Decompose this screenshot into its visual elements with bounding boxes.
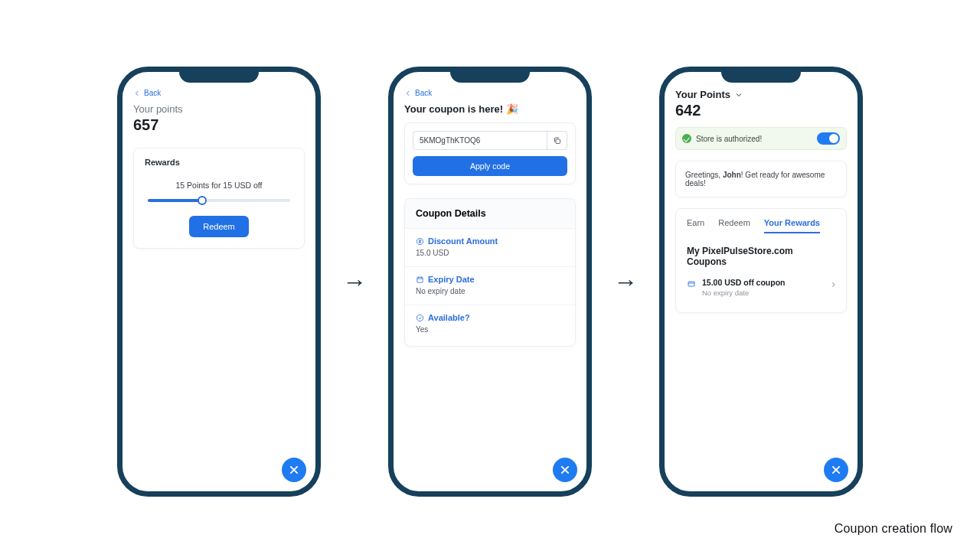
my-coupons-heading: My PixelPulseStore.com Coupons (687, 246, 835, 267)
redeem-slider[interactable] (148, 199, 290, 202)
amount-value: 15.0 USD (416, 249, 564, 257)
greeting-user: John (723, 171, 741, 179)
points-dropdown[interactable]: Your Points (675, 89, 847, 100)
back-label: Back (415, 89, 432, 97)
tab-earn[interactable]: Earn (687, 218, 704, 233)
coupon-arrived-title: Your coupon is here! 🎉 (404, 103, 576, 115)
detail-block-expiry: Expiry Date No expiry date (405, 267, 575, 305)
points-value: 657 (133, 116, 305, 134)
points-value: 642 (675, 102, 847, 119)
phone-frame-1: Back Your points 657 Rewards 15 Points f… (117, 67, 321, 497)
check-icon (682, 134, 691, 143)
close-icon (830, 464, 842, 476)
amount-label: Discount Amount (428, 236, 498, 246)
available-label: Available? (428, 313, 470, 322)
tabs-row: Earn Redeem Your Rewards (687, 218, 835, 233)
redeem-button[interactable]: Redeem (189, 216, 249, 237)
points-label: Your Points (675, 89, 730, 100)
detail-block-available: Available? Yes (405, 305, 575, 343)
phone-frame-2: Back Your coupon is here! 🎉 5KMOgThKTOQ6… (388, 67, 592, 497)
greeting-card: Greetings, John! Get ready for awesome d… (675, 161, 847, 197)
available-value: Yes (416, 325, 564, 334)
close-icon (288, 464, 300, 476)
back-label: Back (144, 89, 161, 97)
coupon-code-field[interactable]: 5KMOgThKTOQ6 (413, 132, 547, 149)
chevron-down-icon (734, 90, 743, 99)
dollar-icon (416, 237, 424, 246)
coupon-item-subtitle: No expiry date (702, 289, 786, 297)
expiry-value: No expiry date (416, 287, 564, 295)
svg-point-3 (416, 315, 423, 321)
svg-rect-0 (556, 139, 560, 144)
copy-code-button[interactable] (547, 132, 567, 149)
arrow-left-icon (133, 90, 141, 97)
rewards-offer-text: 15 Points for 15 USD off (145, 181, 293, 190)
tab-redeem[interactable]: Redeem (718, 218, 750, 233)
back-button[interactable]: Back (133, 89, 305, 97)
authorized-text: Store is authorized! (696, 135, 762, 143)
close-button[interactable] (824, 458, 848, 482)
coupon-list-item[interactable]: 15.00 USD off coupon No expiry date › (687, 275, 835, 300)
calendar-icon (416, 276, 424, 284)
rewards-title: Rewards (145, 158, 293, 167)
rewards-card: Rewards 15 Points for 15 USD off Redeem (133, 148, 305, 249)
back-button[interactable]: Back (404, 89, 576, 97)
store-authorized-banner: Store is authorized! (675, 127, 847, 150)
authorized-toggle[interactable] (817, 132, 840, 145)
close-icon (559, 464, 571, 476)
detail-block-amount: Discount Amount 15.0 USD (405, 229, 575, 267)
svg-rect-2 (417, 277, 423, 282)
rewards-tabs-card: Earn Redeem Your Rewards My PixelPulseSt… (675, 208, 847, 313)
flow-arrow-2: → (613, 269, 638, 294)
check-circle-icon (416, 314, 424, 322)
close-button[interactable] (282, 458, 306, 482)
greeting-pre: Greetings, (685, 171, 723, 179)
phone-frame-3: Your Points 642 Store is authorized! Gre… (659, 67, 863, 497)
chevron-right-icon: › (831, 278, 835, 290)
points-label: Your points (133, 103, 305, 115)
coupon-code-card: 5KMOgThKTOQ6 Apply code (404, 122, 576, 184)
coupon-details-header: Coupon Details (405, 199, 575, 229)
copy-icon (553, 136, 562, 145)
svg-rect-4 (688, 282, 694, 286)
close-button[interactable] (553, 458, 577, 482)
tab-your-rewards[interactable]: Your Rewards (764, 218, 820, 233)
arrow-left-icon (404, 90, 412, 97)
coupon-icon (687, 278, 696, 292)
slider-fill (148, 199, 202, 202)
coupon-details-card: Coupon Details Discount Amount 15.0 USD … (404, 198, 576, 347)
coupon-item-title: 15.00 USD off coupon (702, 278, 786, 287)
figure-caption: Coupon creation flow (835, 522, 952, 536)
flow-arrow-1: → (342, 269, 367, 294)
apply-code-button[interactable]: Apply code (413, 156, 567, 176)
expiry-label: Expiry Date (428, 275, 475, 284)
slider-thumb[interactable] (198, 196, 207, 205)
